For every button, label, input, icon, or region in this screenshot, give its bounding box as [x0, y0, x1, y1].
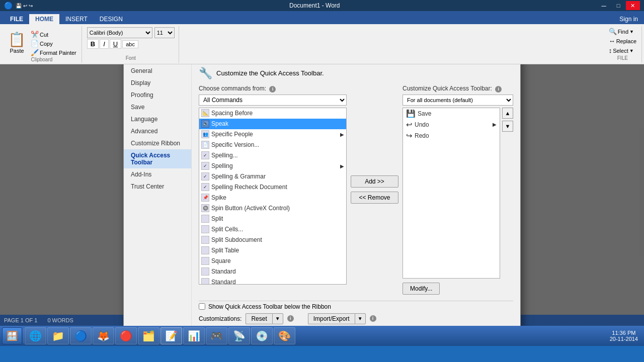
toolbar-dropdown[interactable]: For all documents (default) — [403, 95, 513, 106]
cmd-spacing-before[interactable]: 📐 Spacing Before — [199, 108, 346, 119]
nav-trust-center[interactable]: Trust Center — [124, 180, 191, 193]
cmd-split-table[interactable]: Split Table — [199, 245, 346, 256]
nav-display[interactable]: Display — [124, 77, 191, 89]
font-name-select[interactable]: Calibri (Body) — [87, 27, 152, 38]
clipboard-group: 📋 Paste ✂️ Cut 📄 Copy 🖌️ Format Painter … — [2, 26, 82, 63]
nav-advanced[interactable]: Advanced — [124, 125, 191, 137]
cmd-standard-2[interactable]: Standard — [199, 277, 346, 284]
underline-btn[interactable]: U — [110, 39, 121, 49]
taskbar-filezilla[interactable]: 📡 — [228, 327, 250, 344]
taskbar-app2[interactable]: 💿 — [251, 327, 273, 344]
show-below-ribbon-label[interactable]: Show Quick Access Toolbar below the Ribb… — [208, 303, 331, 310]
format-painter-icon: 🖌️ — [31, 49, 39, 56]
cmd-specific-people[interactable]: 👥 Specific People ▶ — [199, 129, 346, 140]
nav-customize-ribbon[interactable]: Customize Ribbon — [124, 137, 191, 149]
tab-insert[interactable]: INSERT — [59, 14, 94, 24]
cmd-standard-1[interactable]: Standard — [199, 266, 346, 277]
taskbar-word[interactable]: 📝 — [160, 327, 182, 344]
cmd-square[interactable]: Square — [199, 256, 346, 266]
cmd-spelling-grammar[interactable]: ✓ Spelling & Grammar — [199, 171, 346, 182]
cmd-spelling-dots[interactable]: ✓ Spelling... — [199, 150, 346, 161]
cmd-icon: ✓ — [201, 162, 209, 170]
tab-home[interactable]: HOME — [29, 13, 59, 24]
title-bar-text: Document1 - Word — [289, 2, 340, 9]
taskbar-time: 11:36 PM 20-11-2014 — [610, 330, 642, 342]
chrome-icon: 🔵 — [74, 330, 87, 341]
nav-add-ins[interactable]: Add-Ins — [124, 168, 191, 180]
format-painter-btn[interactable]: 🖌️ Format Painter — [30, 48, 77, 57]
filezilla-icon: 📡 — [233, 330, 246, 341]
italic-btn[interactable]: I — [100, 39, 109, 49]
font-size-select[interactable]: 11 — [154, 27, 175, 38]
header-icon: 🔧 — [199, 67, 212, 80]
replace-btn[interactable]: ↔️ Replace — [608, 37, 637, 45]
cmd-speak[interactable]: 🔊 Speak — [199, 119, 346, 129]
title-bar: 🔵 💾 ↩ ↪ Document1 - Word ─ □ ✕ — [0, 0, 644, 11]
cut-btn[interactable]: ✂️ Cut — [30, 30, 77, 39]
command-list[interactable]: 📐 Spacing Before 🔊 Speak — [199, 108, 346, 284]
cmd-split-subdoc[interactable]: Split Subdocument — [199, 235, 346, 245]
bold-btn[interactable]: B — [87, 39, 99, 49]
nav-save[interactable]: Save — [124, 101, 191, 113]
nav-language[interactable]: Language — [124, 113, 191, 125]
nav-quick-access[interactable]: Quick Access Toolbar — [124, 149, 191, 168]
app3-icon: 🎨 — [278, 330, 291, 341]
import-export-dropdown-btn[interactable]: ▼ — [355, 313, 366, 324]
cmd-spin-button[interactable]: 🔘 Spin Button (ActiveX Control) — [199, 203, 346, 214]
maximize-btn[interactable]: □ — [611, 1, 625, 10]
remove-btn[interactable]: << Remove — [351, 192, 398, 204]
sign-in-btn[interactable]: Sign in — [613, 14, 644, 24]
strikethrough-btn[interactable]: abc — [122, 40, 138, 48]
taskbar-explorer2[interactable]: 🗂️ — [138, 327, 159, 344]
find-btn[interactable]: 🔍 Find ▼ — [608, 27, 637, 36]
cmd-spelling[interactable]: ✓ Spelling ▶ — [199, 161, 346, 171]
content-header: 🔧 Customize the Quick Access Toolbar. — [199, 67, 513, 80]
tab-file[interactable]: FILE — [4, 14, 29, 24]
customizations-row: Customizations: Reset ▼ i Import/Export … — [199, 313, 513, 324]
reset-btn-group: Reset ▼ — [246, 313, 283, 324]
copy-btn[interactable]: 📄 Copy — [30, 39, 77, 48]
ribbon-content: 📋 Paste ✂️ Cut 📄 Copy 🖌️ Format Painter … — [0, 24, 644, 64]
minimize-btn[interactable]: ─ — [597, 1, 611, 10]
paste-btn[interactable]: 📋 Paste — [6, 28, 28, 56]
toolbar-list: 💾 Save ↩ Undo ▶ — [403, 108, 500, 279]
reset-btn[interactable]: Reset — [246, 313, 272, 324]
choose-info-icon: i — [269, 86, 276, 93]
cmd-spelling-recheck[interactable]: ✓ Spelling Recheck Document — [199, 182, 346, 193]
cmd-icon: 👥 — [201, 130, 209, 138]
add-btn[interactable]: Add >> — [351, 175, 398, 188]
save-tb-icon: 💾 — [406, 109, 416, 118]
commands-dropdown[interactable]: All Commands — [199, 95, 347, 106]
select-btn[interactable]: ↕️ Select ▼ — [608, 46, 637, 55]
explorer2-icon: 🗂️ — [142, 330, 155, 341]
show-below-ribbon-checkbox[interactable] — [199, 303, 205, 310]
redo-tb-icon: ↪ — [406, 131, 413, 140]
taskbar-app1[interactable]: 🎮 — [206, 327, 227, 344]
modify-btn[interactable]: Modify... — [403, 283, 440, 295]
customize-info-icon: i — [495, 86, 502, 93]
cmd-spike[interactable]: 📌 Spike — [199, 193, 346, 203]
cmd-split-cells[interactable]: Split Cells... — [199, 224, 346, 235]
nav-general[interactable]: General — [124, 65, 191, 77]
nav-proofing[interactable]: Proofing — [124, 89, 191, 101]
taskbar-chrome[interactable]: 🔵 — [70, 327, 92, 344]
taskbar-ie[interactable]: 🌐 — [25, 327, 46, 344]
tab-design[interactable]: DESIGN — [94, 14, 129, 24]
reset-dropdown-btn[interactable]: ▼ — [272, 313, 283, 324]
start-btn[interactable]: 🪟 — [2, 327, 22, 344]
app2-icon: 💿 — [256, 330, 268, 341]
spelling-arrow: ▶ — [340, 163, 344, 169]
import-export-btn[interactable]: Import/Export — [308, 313, 355, 324]
close-btn[interactable]: ✕ — [626, 1, 640, 10]
taskbar-explorer[interactable]: 📁 — [47, 327, 69, 344]
dialog-body: General Display Proofing Save Language A… — [124, 64, 520, 332]
cmd-split[interactable]: Split — [199, 214, 346, 224]
cmd-specific-version[interactable]: 📄 Specific Version... — [199, 140, 346, 150]
taskbar-opera[interactable]: 🔴 — [115, 327, 137, 344]
move-down-btn[interactable]: ▼ — [502, 121, 513, 132]
taskbar-excel[interactable]: 📊 — [183, 327, 205, 344]
taskbar-app3[interactable]: 🎨 — [274, 327, 295, 344]
move-up-btn[interactable]: ▲ — [502, 108, 513, 119]
cmd-icon: ✓ — [201, 151, 209, 159]
taskbar-firefox[interactable]: 🦊 — [93, 327, 114, 344]
